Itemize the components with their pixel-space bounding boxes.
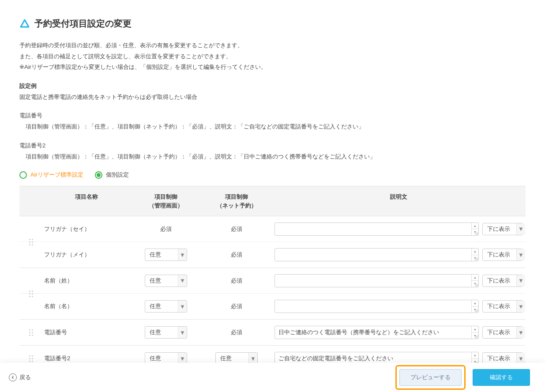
- admin-control-select[interactable]: 任意 ▼: [145, 275, 187, 287]
- settings-table: 項目名称 項目制御 （管理画面） 項目制御 （ネット予約） 説明文 フリガナ（セ…: [19, 186, 526, 392]
- description-input[interactable]: ▲▼: [274, 300, 479, 313]
- drag-handle[interactable]: [19, 320, 42, 345]
- cell-name: フリガナ（メイ）: [42, 247, 131, 262]
- back-label: 戻る: [19, 373, 31, 381]
- position-select[interactable]: 下に表示 ▼: [482, 300, 523, 313]
- cell-admin-static: 必須: [131, 222, 201, 237]
- cell-net-static: 必須: [201, 222, 272, 237]
- drag-dots-icon: [29, 329, 33, 336]
- preview-highlight: プレビューする: [395, 365, 466, 390]
- radio-custom[interactable]: 個別設定: [95, 171, 129, 179]
- cell-name: フリガナ（セイ）: [42, 222, 131, 237]
- position-select[interactable]: 下に表示 ▼: [482, 249, 523, 261]
- drag-handle[interactable]: [19, 268, 42, 319]
- position-select[interactable]: 下に表示 ▼: [482, 275, 523, 287]
- table-row: フリガナ（セイ） 必須 必須 ▲▼ 下に表示 ▼: [19, 216, 526, 242]
- radio-label: Airリザーブ標準設定: [30, 171, 83, 179]
- chevron-down-icon: ▼: [516, 327, 525, 338]
- back-button[interactable]: 戻る: [9, 373, 31, 381]
- table-row: フリガナ（メイ） 任意 ▼ 必須 ▲▼ 下に表示: [19, 242, 526, 268]
- example-group-detail: 項目制御（管理画面）：「任意」、項目制御（ネット予約）：「必須」、説明文：「日中…: [19, 151, 526, 162]
- cell-net-static: 必須: [201, 247, 272, 262]
- chevron-down-icon: ▼: [516, 223, 525, 235]
- confirm-button[interactable]: 確認する: [473, 369, 530, 386]
- description-block: 予約登録時の受付項目の並び順、必須・任意、表示の有無を変更することができます。 …: [19, 40, 526, 73]
- cell-name: 名前（姓）: [42, 273, 131, 288]
- chevron-down-icon: ▼: [178, 301, 187, 312]
- chevron-down-icon: ▼: [178, 327, 187, 338]
- triangle-icon: [19, 19, 30, 29]
- example-group-label: 電話番号2: [19, 140, 526, 151]
- admin-control-select[interactable]: 任意 ▼: [145, 249, 187, 261]
- back-arrow-icon: [9, 373, 17, 381]
- drag-dots-icon: [29, 355, 33, 362]
- example-title: 設定例: [19, 81, 526, 92]
- th-name: 項目名称: [42, 186, 131, 216]
- chevron-down-icon: ▼: [178, 249, 187, 260]
- cell-net-static: 必須: [201, 299, 272, 314]
- row-group: 電話番号 任意 ▼ 必須 日中ご連絡のつく電話番号（携帯番号など）をご記入くださ…: [19, 320, 526, 346]
- table-row: 名前（名） 任意 ▼ 必須 ▲▼ 下に表示 ▼: [19, 294, 526, 319]
- preview-button[interactable]: プレビューする: [399, 369, 462, 386]
- resize-icon: [474, 309, 478, 312]
- settings-mode-radio-group: Airリザーブ標準設定 個別設定: [19, 171, 526, 179]
- description-line: ※Airリザーブ標準設定から変更したい場合は、「個別設定」を選択して編集を行って…: [19, 62, 526, 73]
- table-header-row: 項目名称 項目制御 （管理画面） 項目制御 （ネット予約） 説明文: [19, 186, 526, 216]
- radio-label: 個別設定: [106, 171, 129, 179]
- th-ctrl-admin: 項目制御 （管理画面）: [131, 186, 201, 216]
- page-header: 予約受付項目設定の変更: [19, 18, 526, 30]
- resize-icon: [474, 283, 478, 286]
- th-desc: 説明文: [272, 186, 526, 216]
- resize-icon: [474, 231, 478, 235]
- description-input[interactable]: ▲▼: [274, 248, 479, 261]
- page-title: 予約受付項目設定の変更: [34, 18, 132, 30]
- row-group: 名前（姓） 任意 ▼ 必須 ▲▼ 下に表示 ▼: [19, 268, 526, 320]
- drag-dots-icon: [29, 290, 33, 297]
- chevron-down-icon: ▼: [516, 249, 525, 260]
- radio-standard[interactable]: Airリザーブ標準設定: [19, 171, 83, 179]
- admin-control-select[interactable]: 任意 ▼: [145, 300, 187, 313]
- table-row: 名前（姓） 任意 ▼ 必須 ▲▼ 下に表示 ▼: [19, 268, 526, 294]
- example-group-label: 電話番号: [19, 110, 526, 121]
- radio-icon: [95, 171, 102, 179]
- table-row: 電話番号 任意 ▼ 必須 日中ご連絡のつく電話番号（携帯番号など）をご記入くださ…: [19, 320, 526, 345]
- description-input[interactable]: ▲▼: [274, 222, 479, 236]
- drag-dots-icon: [29, 239, 33, 245]
- drag-handle[interactable]: [19, 216, 42, 268]
- example-group-detail: 項目制御（管理画面）：「任意」、項目制御（ネット予約）：「必須」、説明文：「ご自…: [19, 121, 526, 132]
- description-input[interactable]: 日中ご連絡のつく電話番号（携帯番号など）をご記入ください ▲▼: [274, 326, 479, 339]
- footer-bar: 戻る プレビューする 確認する: [0, 363, 545, 392]
- cell-name: 名前（名）: [42, 299, 131, 314]
- admin-control-select[interactable]: 任意 ▼: [145, 326, 187, 339]
- cell-net-static: 必須: [201, 273, 272, 288]
- resize-icon: [474, 257, 478, 260]
- example-block: 設定例 固定電話と携帯電話の連絡先をネット予約からは必ず取得したい場合 電話番号…: [19, 81, 526, 162]
- chevron-down-icon: ▼: [516, 275, 525, 286]
- position-select[interactable]: 下に表示 ▼: [482, 223, 523, 235]
- position-select[interactable]: 下に表示 ▼: [482, 326, 523, 339]
- chevron-down-icon: ▼: [178, 275, 187, 286]
- radio-icon: [19, 171, 27, 179]
- chevron-down-icon: ▼: [516, 301, 525, 312]
- resize-icon: [474, 335, 478, 338]
- description-line: 予約登録時の受付項目の並び順、必須・任意、表示の有無を変更することができます。: [19, 40, 526, 51]
- row-group: フリガナ（セイ） 必須 必須 ▲▼ 下に表示 ▼ フリガナ: [19, 216, 526, 268]
- description-input[interactable]: ▲▼: [274, 274, 479, 287]
- cell-net-static: 必須: [201, 325, 272, 340]
- description-line: また、各項目の補足として説明文を設定し、表示位置を変更することができます。: [19, 51, 526, 62]
- th-ctrl-net: 項目制御 （ネット予約）: [201, 186, 272, 216]
- cell-name: 電話番号: [42, 325, 131, 340]
- example-subtitle: 固定電話と携帯電話の連絡先をネット予約からは必ず取得したい場合: [19, 92, 526, 103]
